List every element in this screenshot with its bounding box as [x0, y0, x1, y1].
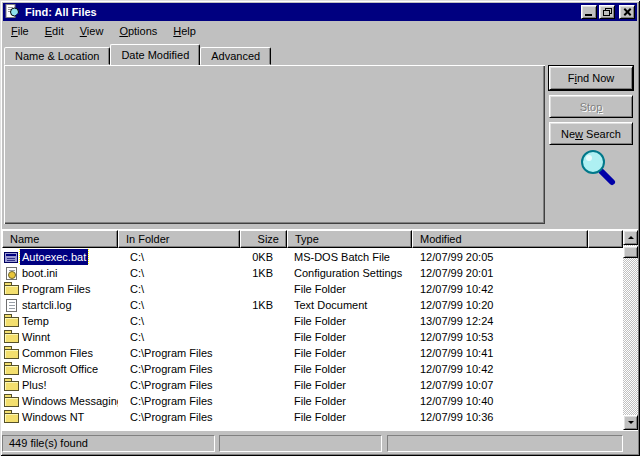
status-panel-3: [387, 435, 623, 452]
scroll-up-icon: [628, 236, 634, 239]
file-in-folder: C:\: [118, 281, 240, 297]
folder-icon: [4, 333, 19, 343]
file-type: File Folder: [287, 377, 412, 393]
folder-icon: [4, 317, 19, 327]
file-modified: 12/07/99 10:42: [412, 361, 588, 377]
menu-edit[interactable]: Edit: [37, 23, 72, 39]
column-header-in-folder[interactable]: In Folder: [118, 230, 240, 248]
close-icon: [623, 8, 632, 16]
stop-button: Stop: [549, 95, 633, 118]
file-size: 1KB: [240, 297, 287, 313]
file-row[interactable]: Program Files C:\ File Folder 12/07/99 1…: [2, 281, 622, 297]
close-button[interactable]: [619, 5, 635, 19]
file-modified: 13/07/99 12:24: [412, 313, 588, 329]
file-modified: 12/07/99 20:05: [412, 249, 588, 265]
statusbar: 449 file(s) found: [2, 432, 638, 454]
minimize-icon: [585, 14, 592, 16]
file-in-folder: C:\Program Files: [118, 361, 240, 377]
menu-file[interactable]: File: [3, 23, 37, 39]
file-in-folder: C:\Program Files: [118, 393, 240, 409]
file-row[interactable]: startcli.log C:\ 1KB Text Document 12/07…: [2, 297, 622, 313]
configuration-settings-icon: [6, 267, 17, 280]
restore-icon: [603, 8, 612, 16]
file-modified: 12/07/99 10:20: [412, 297, 588, 313]
file-row[interactable]: Autoexec.bat C:\ 0KB MS-DOS Batch File 1…: [2, 249, 622, 265]
file-name: startcli.log: [20, 297, 74, 313]
file-row[interactable]: Windows NT C:\Program Files File Folder …: [2, 409, 622, 425]
file-size: 1KB: [240, 265, 287, 281]
file-in-folder: C:\: [118, 313, 240, 329]
column-header-type[interactable]: Type: [287, 230, 412, 248]
folder-icon: [4, 349, 19, 359]
column-header-modified[interactable]: Modified: [412, 230, 588, 248]
ms-dos-batch-icon: [4, 252, 18, 263]
file-name: Common Files: [20, 345, 95, 361]
file-name: Windows Messaging: [20, 393, 118, 409]
scroll-down-icon: [628, 421, 634, 424]
file-in-folder: C:\Program Files: [118, 345, 240, 361]
file-row[interactable]: Temp C:\ File Folder 13/07/99 12:24: [2, 313, 622, 329]
tab-name-location[interactable]: Name & Location: [4, 47, 110, 65]
file-size: 0KB: [240, 249, 287, 265]
magnifier-icon: [578, 148, 618, 188]
tab-advanced[interactable]: Advanced: [200, 47, 271, 65]
menu-help[interactable]: Help: [165, 23, 204, 39]
file-type: File Folder: [287, 313, 412, 329]
file-type: File Folder: [287, 281, 412, 297]
folder-icon: [4, 397, 19, 407]
file-type: File Folder: [287, 409, 412, 425]
folder-icon: [4, 413, 19, 423]
file-modified: 12/07/99 10:40: [412, 393, 588, 409]
find-now-button[interactable]: Find Now: [549, 66, 633, 90]
column-header-blank: [588, 230, 623, 248]
file-type: Configuration Settings: [287, 265, 412, 281]
results-list: Name In Folder Size Type Modified Autoex…: [2, 229, 638, 431]
file-modified: 12/07/99 10:42: [412, 281, 588, 297]
file-name: Microsoft Office: [20, 361, 100, 377]
file-type: File Folder: [287, 361, 412, 377]
column-header-name[interactable]: Name: [2, 230, 118, 248]
titlebar[interactable]: Find: All Files: [3, 3, 637, 21]
scroll-up-button[interactable]: [623, 230, 638, 245]
file-row[interactable]: Microsoft Office C:\Program Files File F…: [2, 361, 622, 377]
restore-button[interactable]: [599, 5, 615, 19]
file-row[interactable]: Plus! C:\Program Files File Folder 12/07…: [2, 377, 622, 393]
menu-view[interactable]: View: [72, 23, 112, 39]
file-row[interactable]: Winnt C:\ File Folder 12/07/99 10:53: [2, 329, 622, 345]
file-row[interactable]: Common Files C:\Program Files File Folde…: [2, 345, 622, 361]
file-row[interactable]: boot.ini C:\ 1KB Configuration Settings …: [2, 265, 622, 281]
file-in-folder: C:\: [118, 265, 240, 281]
menu-options[interactable]: Options: [111, 23, 165, 39]
find-all-files-window: Find: All Files File Edit View Options H…: [0, 0, 640, 456]
file-name: Temp: [20, 313, 51, 329]
file-type: File Folder: [287, 393, 412, 409]
file-type: File Folder: [287, 329, 412, 345]
window-title: Find: All Files: [25, 6, 579, 18]
status-files-found: 449 file(s) found: [2, 435, 215, 452]
file-in-folder: C:\Program Files: [118, 377, 240, 393]
vertical-scrollbar[interactable]: [623, 230, 638, 430]
file-name: Plus!: [20, 377, 48, 393]
file-name: boot.ini: [20, 265, 59, 281]
tab-date-modified[interactable]: Date Modified: [110, 44, 200, 65]
file-name: Windows NT: [20, 409, 86, 425]
folder-icon: [4, 381, 19, 391]
file-in-folder: C:\: [118, 297, 240, 313]
file-type: Text Document: [287, 297, 412, 313]
file-type: MS-DOS Batch File: [287, 249, 412, 265]
folder-icon: [4, 285, 19, 295]
file-name: Autoexec.bat: [20, 249, 88, 265]
file-modified: 12/07/99 10:36: [412, 409, 588, 425]
column-header-size[interactable]: Size: [240, 230, 287, 248]
scroll-down-button[interactable]: [623, 415, 638, 430]
scrollbar-thumb[interactable]: [623, 246, 638, 258]
text-document-icon: [6, 299, 17, 312]
file-type: File Folder: [287, 345, 412, 361]
new-search-button[interactable]: New Search: [549, 122, 633, 145]
file-in-folder: C:\: [118, 249, 240, 265]
file-modified: 12/07/99 10:07: [412, 377, 588, 393]
file-name: Winnt: [20, 329, 52, 345]
minimize-button[interactable]: [581, 5, 597, 19]
file-row[interactable]: Windows Messaging C:\Program Files File …: [2, 393, 622, 409]
file-modified: 12/07/99 10:41: [412, 345, 588, 361]
